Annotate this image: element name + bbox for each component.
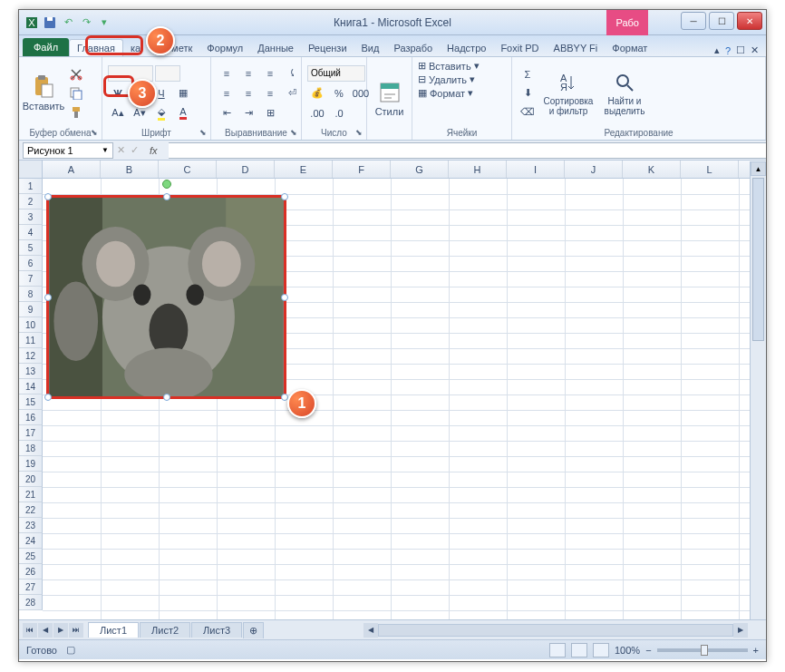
align-center-icon[interactable]: ≡ — [238, 85, 258, 102]
cut-button[interactable] — [66, 66, 86, 83]
merge-button[interactable]: ⊞ — [260, 105, 280, 122]
font-launcher-icon[interactable]: ⬊ — [198, 127, 208, 138]
fill-icon[interactable]: ⬇ — [518, 85, 538, 102]
row-header[interactable]: 6 — [19, 256, 43, 271]
rotation-handle[interactable] — [162, 180, 171, 189]
percent-icon[interactable]: % — [329, 85, 349, 102]
number-format-combo[interactable]: Общий — [307, 65, 365, 82]
resize-handle-e[interactable] — [281, 294, 288, 301]
prev-sheet-icon[interactable]: ◀ — [38, 623, 53, 638]
row-header[interactable]: 9 — [19, 302, 43, 317]
save-icon[interactable] — [43, 15, 57, 30]
alignment-launcher-icon[interactable]: ⬊ — [288, 127, 299, 138]
row-header[interactable]: 7 — [19, 271, 43, 287]
column-header[interactable]: K — [623, 161, 681, 178]
paste-button[interactable]: Вставить — [24, 60, 63, 126]
tab-addins[interactable]: Надстро — [440, 40, 493, 56]
styles-button[interactable]: Стили — [373, 60, 406, 138]
align-top-icon[interactable]: ≡ — [217, 65, 237, 82]
tab-file[interactable]: Файл — [23, 38, 69, 56]
row-header[interactable]: 24 — [19, 533, 43, 549]
format-painter-button[interactable] — [66, 104, 86, 121]
column-header[interactable]: L — [681, 161, 739, 178]
bold-button[interactable]: Ж — [108, 85, 128, 102]
row-header[interactable]: 26 — [19, 564, 43, 579]
page-break-view-icon[interactable] — [593, 643, 609, 657]
cells-delete-button[interactable]: ⊟Удалить▾ — [418, 73, 480, 85]
next-sheet-icon[interactable]: ▶ — [53, 623, 68, 638]
increase-indent-icon[interactable]: ⇥ — [238, 105, 258, 122]
row-header[interactable]: 8 — [19, 287, 43, 302]
row-header[interactable]: 13 — [19, 364, 43, 379]
row-header[interactable]: 2 — [19, 194, 43, 209]
row-header[interactable]: 4 — [19, 225, 43, 240]
normal-view-icon[interactable] — [549, 643, 566, 657]
align-middle-icon[interactable]: ≡ — [238, 65, 258, 82]
qat-dropdown-icon[interactable]: ▾ — [97, 15, 111, 30]
autosum-icon[interactable]: Σ — [518, 66, 538, 83]
column-header[interactable]: H — [449, 161, 507, 178]
decrease-indent-icon[interactable]: ⇤ — [217, 105, 237, 122]
row-header[interactable]: 11 — [19, 333, 43, 348]
tab-foxit[interactable]: Foxit PD — [493, 40, 546, 56]
border-button[interactable]: ▦ — [173, 85, 193, 102]
cancel-formula-icon[interactable]: ✕ — [117, 144, 125, 156]
column-header[interactable]: G — [391, 161, 449, 178]
minimize-button[interactable]: ─ — [681, 12, 706, 30]
redo-icon[interactable]: ↷ — [79, 15, 93, 30]
row-header[interactable]: 22 — [19, 502, 43, 518]
zoom-slider[interactable] — [657, 648, 748, 652]
close-workbook-icon[interactable]: ✕ — [751, 44, 759, 56]
new-sheet-button[interactable]: ⊕ — [243, 622, 264, 638]
column-header[interactable]: C — [159, 161, 217, 178]
row-header[interactable]: 20 — [19, 472, 43, 487]
cells-insert-button[interactable]: ⊞Вставить▾ — [418, 60, 480, 72]
zoom-out-icon[interactable]: − — [645, 645, 651, 656]
tab-home[interactable]: Главная — [69, 39, 123, 56]
font-size-combo[interactable] — [155, 65, 180, 82]
row-header[interactable]: 17 — [19, 425, 43, 441]
worksheet-grid[interactable]: ABCDEFGHIJKL 123456789101112131415161718… — [19, 161, 766, 619]
inserted-picture[interactable] — [46, 195, 286, 399]
align-right-icon[interactable]: ≡ — [260, 85, 280, 102]
zoom-thumb[interactable] — [701, 645, 708, 656]
find-select-button[interactable]: Найти и выделить — [599, 60, 650, 126]
sheet-tab-1[interactable]: Лист1 — [88, 622, 139, 638]
font-color-button[interactable]: A — [173, 105, 193, 122]
formula-input[interactable] — [169, 142, 766, 159]
row-header[interactable]: 16 — [19, 410, 43, 425]
decrease-decimal-icon[interactable]: .0 — [329, 105, 349, 122]
column-header[interactable]: I — [507, 161, 565, 178]
cells-format-button[interactable]: ▦Формат▾ — [418, 87, 480, 99]
clipboard-launcher-icon[interactable]: ⬊ — [89, 127, 100, 138]
scroll-up-icon[interactable]: ▲ — [751, 161, 766, 176]
copy-button[interactable] — [66, 85, 86, 102]
scroll-left-icon[interactable]: ◀ — [363, 623, 378, 638]
column-header[interactable]: B — [101, 161, 159, 178]
first-sheet-icon[interactable]: ⏮ — [23, 623, 37, 638]
row-header[interactable]: 15 — [19, 394, 43, 410]
row-header[interactable]: 3 — [19, 209, 43, 225]
row-header[interactable]: 25 — [19, 549, 43, 564]
column-header[interactable]: F — [333, 161, 391, 178]
tab-review[interactable]: Рецензи — [301, 40, 354, 56]
row-header[interactable]: 27 — [19, 579, 43, 595]
resize-handle-ne[interactable] — [281, 193, 288, 200]
row-header[interactable]: 10 — [19, 317, 43, 333]
column-header[interactable]: E — [275, 161, 333, 178]
sheet-tab-3[interactable]: Лист3 — [191, 622, 242, 638]
contextual-tab-picture[interactable]: Рабо — [606, 10, 648, 35]
tab-format[interactable]: Формат — [605, 40, 654, 56]
close-button[interactable]: ✕ — [737, 12, 762, 30]
currency-icon[interactable]: 💰 — [307, 85, 327, 102]
tab-data[interactable]: Данные — [250, 40, 301, 56]
orientation-icon[interactable]: ⤹ — [282, 65, 302, 82]
macro-record-icon[interactable]: ▢ — [66, 644, 75, 656]
fill-color-button[interactable]: ⬙ — [151, 105, 171, 122]
zoom-level[interactable]: 100% — [615, 645, 640, 656]
column-header[interactable]: J — [565, 161, 623, 178]
page-layout-view-icon[interactable] — [571, 643, 587, 657]
align-bottom-icon[interactable]: ≡ — [260, 65, 280, 82]
name-box[interactable]: Рисунок 1 ▼ — [23, 142, 113, 159]
minimize-ribbon-icon[interactable]: ▴ — [714, 44, 720, 56]
